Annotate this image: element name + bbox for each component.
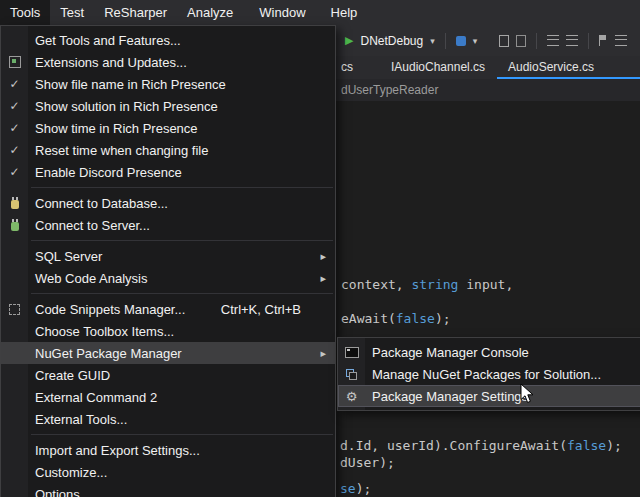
- extensions-icon: [9, 56, 21, 68]
- run-icon[interactable]: ▶: [345, 34, 353, 47]
- menubar-item-resharper[interactable]: ReSharper: [94, 0, 177, 25]
- check-icon: ✓: [9, 121, 19, 135]
- attach-dropdown-icon[interactable]: ▾: [473, 36, 478, 46]
- submenu-arrow-icon: ▸: [320, 272, 326, 285]
- menu-item-connect-to-server[interactable]: Connect to Server...: [1, 214, 335, 236]
- indent-decrease-icon[interactable]: [547, 35, 559, 46]
- run-config-dropdown-icon[interactable]: ▾: [430, 36, 435, 46]
- menu-separator: [31, 434, 333, 435]
- menu-item-external-command-2[interactable]: External Command 2: [1, 386, 335, 408]
- menu-item-choose-toolbox-items[interactable]: Choose Toolbox Items...: [1, 320, 335, 342]
- menu-item-sql-server[interactable]: SQL Server▸: [1, 245, 335, 267]
- menu-item-web-code-analysis[interactable]: Web Code Analysis▸: [1, 267, 335, 289]
- menubar-item-tools[interactable]: Tools: [0, 0, 50, 25]
- menu-item-reset-time[interactable]: ✓Reset time when changing file: [1, 139, 335, 161]
- packages-icon: [346, 369, 354, 377]
- menu-item-get-tools-and-features[interactable]: Get Tools and Features...: [1, 29, 335, 51]
- tab-iaudiochannel[interactable]: IAudioChannel.cs: [391, 56, 485, 77]
- submenu-arrow-icon: ▸: [320, 250, 326, 263]
- snippets-icon: [9, 304, 20, 315]
- visual-studio-window: Tools Test ReSharper Analyze Window Help…: [0, 0, 640, 497]
- submenu-item-manage-nuget-packages[interactable]: Manage NuGet Packages for Solution...: [338, 363, 640, 385]
- toolbar-separator: [445, 33, 446, 49]
- breadcrumb-type-label[interactable]: dUserTypeReader: [341, 83, 438, 97]
- submenu-arrow-icon: ▸: [320, 347, 326, 360]
- gear-icon: ⚙: [346, 390, 358, 403]
- menu-item-show-file-name[interactable]: ✓Show file name in Rich Presence: [1, 73, 335, 95]
- console-icon: [345, 347, 359, 358]
- toolbar-separator: [588, 33, 589, 49]
- server-plug-icon: [11, 222, 19, 231]
- shortcut-label: Ctrl+K, Ctrl+B: [221, 302, 301, 317]
- menu-item-show-time[interactable]: ✓Show time in Rich Presence: [1, 117, 335, 139]
- menu-bar: Tools Test ReSharper Analyze Window Help: [0, 0, 640, 25]
- check-icon: ✓: [9, 77, 19, 91]
- database-plug-icon: [11, 200, 19, 209]
- indent-increase-icon[interactable]: [566, 35, 578, 46]
- menubar-item-analyze[interactable]: Analyze: [177, 0, 243, 25]
- check-icon: ✓: [9, 165, 19, 179]
- tools-menu: Get Tools and Features... Extensions and…: [0, 25, 336, 497]
- code-line: dUser);: [340, 455, 395, 471]
- code-line: eAwait(false);: [341, 311, 451, 327]
- tab-audioservice[interactable]: AudioService.cs: [508, 56, 594, 77]
- run-config-label[interactable]: DNetDebug: [360, 34, 423, 48]
- tab-partial-cs[interactable]: cs: [341, 56, 353, 77]
- new-file-icon[interactable]: [499, 35, 509, 47]
- bookmark-icon[interactable]: [599, 35, 608, 46]
- menu-item-external-tools[interactable]: External Tools...: [1, 408, 335, 430]
- check-icon: ✓: [9, 143, 19, 157]
- menu-item-enable-discord-presence[interactable]: ✓Enable Discord Presence: [1, 161, 335, 183]
- nuget-package-manager-submenu: Package Manager Console Manage NuGet Pac…: [337, 337, 640, 411]
- menu-item-code-snippets-manager[interactable]: Code Snippets Manager...Ctrl+K, Ctrl+B: [1, 298, 335, 320]
- check-icon: ✓: [9, 99, 19, 113]
- toolbar-separator: [536, 33, 537, 49]
- menubar-item-window[interactable]: Window: [249, 0, 315, 25]
- menu-item-import-export-settings[interactable]: Import and Export Settings...: [1, 439, 335, 461]
- open-file-icon[interactable]: [516, 35, 526, 47]
- mouse-cursor: [520, 383, 534, 404]
- menu-item-options[interactable]: Options...: [1, 483, 335, 497]
- submenu-item-package-manager-settings[interactable]: ⚙Package Manager Settings: [338, 385, 640, 407]
- attach-tool-icon[interactable]: [456, 36, 466, 46]
- menu-separator: [31, 293, 333, 294]
- code-line: context, string input,: [341, 277, 513, 293]
- menu-item-show-solution[interactable]: ✓Show solution in Rich Presence: [1, 95, 335, 117]
- menubar-item-test[interactable]: Test: [50, 0, 94, 25]
- menu-item-extensions-and-updates[interactable]: Extensions and Updates...: [1, 51, 335, 73]
- menu-item-customize[interactable]: Customize...: [1, 461, 335, 483]
- menu-item-create-guid[interactable]: Create GUID: [1, 364, 335, 386]
- menubar-item-help[interactable]: Help: [321, 0, 368, 25]
- submenu-item-package-manager-console[interactable]: Package Manager Console: [338, 341, 640, 363]
- menu-item-connect-to-database[interactable]: Connect to Database...: [1, 192, 335, 214]
- code-line: d.Id, userId).ConfigureAwait(false);: [340, 438, 622, 454]
- menu-separator: [31, 240, 333, 241]
- task-list-icon[interactable]: [615, 35, 627, 46]
- menu-item-nuget-package-manager[interactable]: NuGet Package Manager▸: [1, 342, 335, 364]
- code-line: se);: [340, 481, 371, 497]
- menu-separator: [31, 187, 333, 188]
